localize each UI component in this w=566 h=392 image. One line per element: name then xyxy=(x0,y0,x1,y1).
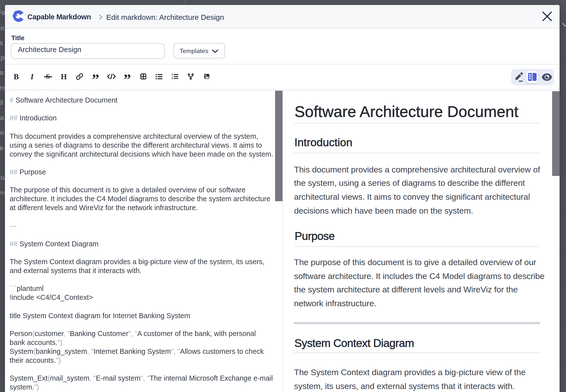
svg-text:1: 1 xyxy=(171,74,173,77)
svg-text:2: 2 xyxy=(171,77,173,80)
